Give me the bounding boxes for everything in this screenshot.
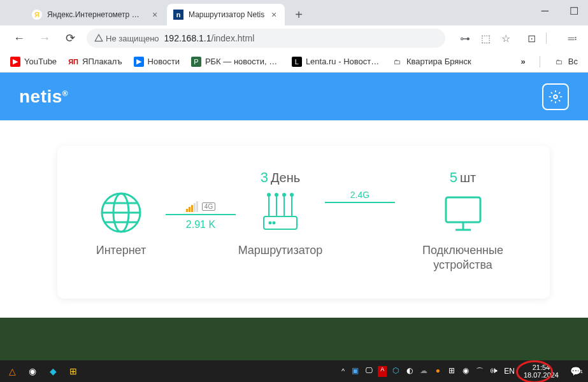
bookmarks-bar: ▶ YouTube ЯП ЯПлакалъ ▶ Новости Р РБК — … [0, 51, 588, 73]
tab-title: Яндекс.Интернетометр — про... [47, 10, 145, 19]
bookmark-item[interactable]: Р РБК — новости, ак... [191, 57, 280, 67]
yandex-favicon-icon: Я [32, 10, 42, 20]
devices-status[interactable]: 5 шт Подключенные устройства [401, 168, 524, 273]
internet-label: Интернет [96, 243, 147, 258]
maximize-button[interactable]: ☐ [559, 0, 588, 22]
annotation-circle [516, 360, 553, 382]
bookmark-item[interactable]: L Lenta.ru - Новости... [292, 57, 381, 67]
netis-favicon-icon: n [173, 10, 183, 20]
bookmark-item[interactable]: ▶ Новости [134, 57, 180, 67]
windows-taskbar: △ ◉ ◆ ⊞ ^ ▣ 🖵 A ⬡ ◐ ☁ ● ⊞ ◉ ⌒ 🕪 EN 21:54… [0, 360, 588, 382]
folder-icon: 🗀 [554, 57, 564, 67]
rbc-icon: Р [191, 57, 201, 67]
security-icon[interactable]: ⊞ [447, 366, 457, 377]
svg-point-12 [269, 222, 271, 224]
svg-point-0 [554, 95, 557, 99]
chrome-tray-icon[interactable]: ◉ [461, 366, 471, 377]
security-label: Не защищено [106, 34, 159, 43]
status-card: Интернет 4G 2.91 K 3 День [57, 146, 550, 299]
tray-expand-icon[interactable]: ^ [341, 367, 345, 375]
bookmarks-more-button[interactable]: » [521, 57, 526, 66]
netis-header: netis® [0, 73, 588, 120]
youtube-icon: ▶ [10, 57, 20, 67]
bookmark-star-icon[interactable]: ☆ [500, 32, 512, 45]
globe-icon [98, 190, 144, 236]
translate-icon[interactable]: ⬚ [480, 32, 491, 45]
tray-icon[interactable]: ▣ [350, 366, 360, 377]
minimize-button[interactable]: ─ [531, 0, 559, 22]
key-icon[interactable]: ⊶ [459, 32, 471, 45]
close-icon[interactable]: × [150, 10, 159, 19]
volume-icon[interactable]: 🕪 [489, 366, 499, 377]
uptime-value: 3 [261, 169, 268, 186]
svg-point-9 [283, 194, 285, 196]
browser-tab-bar: Я Яндекс.Интернетометр — про... × n Марш… [0, 0, 588, 25]
adobe-icon[interactable]: A [378, 366, 387, 377]
tray-icon[interactable]: ● [433, 366, 443, 377]
router-status[interactable]: 3 День Маршрутизатор [242, 168, 319, 258]
folder-icon: 🗀 [392, 57, 403, 67]
language-indicator[interactable]: EN [504, 367, 515, 376]
bookmark-item[interactable]: 🗀 Квартира Брянск [392, 57, 471, 67]
lenta-icon: L [292, 57, 302, 67]
url-input[interactable]: Не защищено 192.168.1.1/index.html [87, 29, 445, 48]
router-label: Маршрутизатор [238, 243, 323, 258]
tray-icon[interactable]: ⬡ [391, 366, 401, 377]
system-tray: ▣ 🖵 A ⬡ ◐ ☁ ● ⊞ ◉ ⌒ 🕪 [350, 366, 499, 377]
url-host: 192.168.1.1 [164, 33, 212, 43]
steam-icon[interactable]: ◉ [25, 364, 39, 378]
status-card-wrap: Интернет 4G 2.91 K 3 День [0, 120, 588, 318]
router-page: netis® Интернет [0, 73, 588, 318]
monitor-icon [440, 190, 486, 236]
bookmark-item[interactable]: ЯП ЯПлакалъ [68, 57, 122, 67]
internet-status[interactable]: Интернет [83, 168, 159, 258]
devices-connector: 2.4G [325, 168, 395, 203]
new-tab-button[interactable]: + [290, 6, 308, 24]
tray-icon[interactable]: ☁ [419, 366, 429, 377]
devices-count: 5 [450, 169, 457, 186]
internet-speed: 2.91 K [186, 219, 215, 230]
internet-connector: 4G 2.91 K [166, 168, 236, 230]
address-bar: ← → ⟳ Не защищено 192.168.1.1/index.html… [0, 25, 588, 51]
uptime-unit: День [271, 171, 300, 185]
gear-icon [549, 90, 563, 104]
back-button[interactable]: ← [10, 29, 28, 47]
svg-point-7 [275, 194, 278, 196]
not-secure-icon: Не защищено [94, 34, 159, 43]
close-icon[interactable]: × [269, 10, 278, 19]
taskbar-clock[interactable]: 21:54 18.07.2024 [520, 364, 563, 379]
bookmark-item[interactable]: ▶ YouTube [10, 57, 57, 67]
netis-logo: netis® [19, 87, 68, 107]
browser-tab[interactable]: n Маршрутизатор Netis × [167, 4, 285, 25]
svg-rect-14 [446, 197, 480, 222]
extensions-icon[interactable]: ⊡ [526, 32, 537, 45]
tray-icon[interactable]: 🖵 [364, 366, 374, 377]
signal-type-badge: 4G [202, 202, 215, 211]
forward-button[interactable]: → [36, 29, 54, 47]
app-icon[interactable]: ◆ [46, 364, 60, 378]
settings-button[interactable] [542, 83, 569, 110]
devices-label: Подключенные устройства [401, 243, 524, 273]
svg-point-11 [290, 194, 293, 196]
tab-title: Маршрутизатор Netis [189, 10, 264, 19]
tray-icon[interactable]: ◐ [405, 366, 415, 377]
yaplakal-icon: ЯП [68, 57, 78, 67]
url-path: /index.html [212, 33, 255, 43]
all-bookmarks-button[interactable]: 🗀 Вс [554, 57, 578, 67]
notifications-icon[interactable]: 💬11 [570, 365, 583, 378]
customize-icon[interactable]: ≕ [566, 32, 578, 45]
news-icon: ▶ [134, 57, 144, 67]
wifi-icon[interactable]: ⌒ [475, 366, 485, 377]
wifi-band: 2.4G [350, 190, 369, 200]
browser-tab[interactable]: Я Яндекс.Интернетометр — про... × [25, 4, 166, 25]
signal-bars-icon [186, 201, 198, 212]
vlc-tray-icon[interactable]: △ [5, 364, 19, 378]
reload-button[interactable]: ⟳ [61, 29, 79, 47]
app-icon[interactable]: ⊞ [66, 364, 80, 378]
svg-point-5 [268, 194, 270, 196]
devices-unit: шт [460, 171, 476, 185]
svg-point-13 [273, 222, 275, 224]
router-icon [254, 190, 307, 236]
